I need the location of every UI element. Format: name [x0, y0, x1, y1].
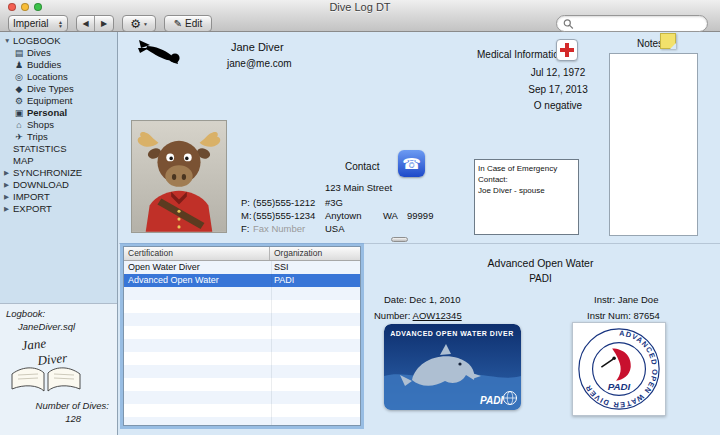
- sidebar-tree: ▼ LOGBOOK ▤ Dives ♟ Buddies ◎ Locations …: [0, 32, 117, 215]
- forward-button[interactable]: ▶: [95, 16, 113, 31]
- cert-number-label: Number:: [374, 310, 410, 321]
- title-toolbar: Dive Log DT Imperial ▲▼ ◀ ▶ ⚙ ▼ ✎ Edit: [0, 0, 720, 32]
- medical-exam-date: Sep 17, 2013: [508, 82, 608, 99]
- disclosure-triangle-icon[interactable]: ▶: [4, 203, 13, 215]
- table-row-empty[interactable]: [124, 365, 360, 378]
- table-row-empty[interactable]: [124, 391, 360, 404]
- disclosure-triangle-icon[interactable]: ▶: [4, 167, 13, 179]
- cert-instructor-num-value: 87654: [633, 310, 659, 321]
- organization-badge-image: ADVANCED OPEN WATER DIVER PADI: [572, 322, 666, 416]
- action-menu-button[interactable]: ⚙ ▼: [122, 15, 156, 32]
- diver-email[interactable]: jane@me.com: [227, 58, 292, 69]
- units-popup-value: Imperial: [13, 18, 49, 29]
- dives-icon: ▤: [13, 47, 25, 59]
- sidebar-item-locations[interactable]: ◎ Locations: [0, 71, 117, 83]
- dives-count-label: Number of Dives:: [0, 400, 109, 411]
- sidebar-item-download[interactable]: ▶ DOWNLOAD: [0, 179, 117, 191]
- table-row-selected[interactable]: Advanced Open Water PADI: [124, 274, 360, 287]
- address-zip: 99999: [407, 210, 433, 221]
- sidebar-item-label: SYNCHRONIZE: [13, 167, 82, 179]
- certification-card-image: ADVANCED OPEN WATER DIVER PADI: [384, 324, 521, 410]
- cert-instructor-value: Jane Doe: [618, 294, 659, 305]
- disclosure-triangle-icon[interactable]: ▶: [4, 179, 13, 191]
- disclosure-triangle-icon[interactable]: ▼: [4, 35, 13, 47]
- certifications-table[interactable]: Certification Organization Open Water Di…: [123, 246, 361, 426]
- logbook-filename: JaneDiver.sql: [18, 321, 75, 332]
- sidebar-item-trips[interactable]: ✈ Trips: [0, 131, 117, 143]
- fax-field[interactable]: Fax Number: [253, 223, 305, 234]
- sticky-note-icon: [660, 33, 676, 49]
- search-field[interactable]: [556, 15, 708, 32]
- disclosure-triangle-icon[interactable]: ▶: [4, 191, 13, 203]
- diver-name: Jane Diver: [231, 41, 284, 53]
- section-divider: [119, 243, 720, 244]
- back-icon: ◀: [82, 19, 88, 28]
- certification-organization: PADI: [366, 273, 715, 284]
- sidebar-item-label: Equipment: [27, 95, 72, 107]
- medical-values: Jul 12, 1972 Sep 17, 2013 O negative: [508, 65, 608, 115]
- close-button[interactable]: [8, 3, 16, 11]
- window-title: Dive Log DT: [0, 1, 720, 13]
- cert-number-value[interactable]: AOW12345: [413, 310, 462, 321]
- sidebar-item-personal[interactable]: ▣ Personal: [0, 107, 117, 119]
- popup-arrows-icon: ▲▼: [58, 20, 63, 28]
- search-input[interactable]: [578, 18, 701, 29]
- sidebar-item-buddies[interactable]: ♟ Buddies: [0, 59, 117, 71]
- edit-button[interactable]: ✎ Edit: [164, 15, 212, 32]
- sidebar-item-shops[interactable]: ⌂ Shops: [0, 119, 117, 131]
- phone-glyph: ☎: [402, 155, 421, 173]
- fax-row: F: Fax Number USA: [119, 223, 720, 235]
- cert-date-label: Date:: [384, 294, 407, 305]
- trips-icon: ✈: [13, 131, 25, 143]
- splitter-handle[interactable]: [391, 237, 408, 242]
- table-row-empty[interactable]: [124, 300, 360, 313]
- sidebar-item-dive-types[interactable]: ◆ Dive Types: [0, 83, 117, 95]
- logbook-summary: Logbook: JaneDiver.sql Jane Diver Number…: [0, 303, 117, 435]
- fax-label: F:: [241, 223, 249, 234]
- column-divider: [271, 261, 272, 425]
- sidebar-item-label: EXPORT: [13, 203, 52, 215]
- table-row-empty[interactable]: [124, 326, 360, 339]
- medical-cross-icon: [556, 39, 578, 61]
- shops-icon: ⌂: [13, 119, 25, 131]
- sidebar-item-equipment[interactable]: ⚙ Equipment: [0, 95, 117, 107]
- mobile-label: M:: [241, 210, 252, 221]
- history-segmented-control: ◀ ▶: [76, 15, 114, 32]
- zoom-button[interactable]: [34, 3, 42, 11]
- certification-title: Advanced Open Water: [366, 257, 715, 269]
- emergency-contact-box[interactable]: In Case of Emergency Contact: Joe Diver …: [474, 159, 579, 235]
- table-row-empty[interactable]: [124, 404, 360, 417]
- sidebar-item-label: MAP: [13, 155, 34, 167]
- cert-instructor-number: Instr Num: 87654: [587, 310, 660, 321]
- sidebar-item-synchronize[interactable]: ▶ SYNCHRONIZE: [0, 167, 117, 179]
- table-row-empty[interactable]: [124, 378, 360, 391]
- sidebar-item-import[interactable]: ▶ IMPORT: [0, 191, 117, 203]
- back-button[interactable]: ◀: [77, 16, 95, 31]
- logbook-logo: Jane Diver: [4, 334, 88, 396]
- table-row-empty[interactable]: [124, 339, 360, 352]
- sidebar-item-dives[interactable]: ▤ Dives: [0, 47, 117, 59]
- sidebar: ▼ LOGBOOK ▤ Dives ♟ Buddies ◎ Locations …: [0, 32, 118, 435]
- table-row-empty[interactable]: [124, 417, 360, 426]
- units-popup[interactable]: Imperial ▲▼: [8, 15, 68, 32]
- sidebar-item-map[interactable]: MAP: [0, 155, 117, 167]
- table-row[interactable]: Open Water Diver SSI: [124, 261, 360, 274]
- svg-text:ADVANCED OPEN WATER DIVER: ADVANCED OPEN WATER DIVER: [390, 330, 513, 337]
- traffic-lights: [8, 3, 42, 11]
- table-row-empty[interactable]: [124, 352, 360, 365]
- column-header-organization[interactable]: Organization: [270, 247, 360, 260]
- table-row-empty[interactable]: [124, 287, 360, 300]
- sidebar-item-logbook[interactable]: ▼ LOGBOOK: [0, 35, 117, 47]
- sidebar-item-label: Buddies: [27, 59, 61, 71]
- sidebar-item-label: Dive Types: [27, 83, 74, 95]
- table-row-empty[interactable]: [124, 313, 360, 326]
- address-state: WA: [383, 210, 398, 221]
- minimize-button[interactable]: [21, 3, 29, 11]
- sidebar-item-statistics[interactable]: STATISTICS: [0, 143, 117, 155]
- address-unit: #3G: [325, 197, 343, 208]
- column-header-certification[interactable]: Certification: [124, 247, 270, 260]
- sidebar-item-export[interactable]: ▶ EXPORT: [0, 203, 117, 215]
- sidebar-item-label: STATISTICS: [13, 143, 66, 155]
- address-city: Anytown: [325, 210, 361, 221]
- svg-text:PADI: PADI: [608, 381, 631, 392]
